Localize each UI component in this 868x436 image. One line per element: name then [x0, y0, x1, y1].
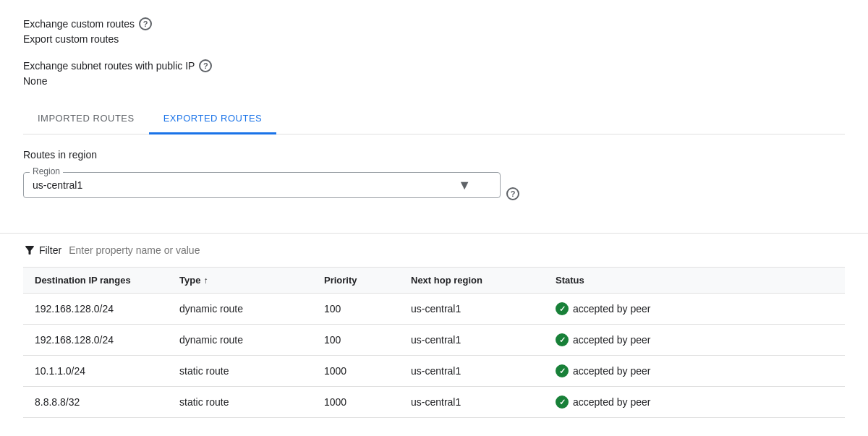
type-sort-icon: ↑ — [203, 275, 208, 286]
filter-icon: Filter — [23, 244, 61, 257]
tabs-container: IMPORTED ROUTES EXPORTED ROUTES — [23, 104, 845, 134]
col-header-status: Status — [544, 275, 845, 286]
cell-next-hop: us-central1 — [399, 302, 544, 315]
cell-dest-ip: 10.1.1.0/24 — [23, 364, 168, 377]
cell-type: dynamic route — [168, 333, 312, 346]
cell-priority: 1000 — [312, 396, 399, 409]
cell-next-hop: us-central1 — [399, 364, 544, 377]
table-row: 10.1.1.0/24 static route 1000 us-central… — [23, 356, 845, 387]
filter-funnel-icon — [23, 244, 36, 257]
col-header-next-hop: Next hop region — [399, 275, 544, 286]
exchange-custom-routes-heading: Exchange custom routes ? — [23, 17, 845, 30]
status-text: accepted by peer — [573, 396, 650, 408]
cell-dest-ip: 192.168.128.0/24 — [23, 302, 168, 315]
exchange-custom-routes-value: Export custom routes — [23, 33, 845, 45]
routes-section: Routes in region Region us-central1 ▼ ? … — [23, 149, 845, 418]
region-help-icon[interactable]: ? — [506, 187, 519, 200]
cell-priority: 1000 — [312, 364, 399, 377]
check-icon — [556, 364, 569, 377]
cell-priority: 100 — [312, 302, 399, 315]
cell-next-hop: us-central1 — [399, 396, 544, 409]
tab-imported-routes[interactable]: IMPORTED ROUTES — [23, 104, 149, 134]
filter-input[interactable] — [69, 244, 845, 256]
check-icon — [556, 302, 569, 315]
tab-exported-routes[interactable]: EXPORTED ROUTES — [149, 104, 277, 134]
cell-status: accepted by peer — [544, 396, 845, 409]
filter-bar: Filter — [23, 234, 845, 268]
region-field[interactable]: Region us-central1 ▼ — [23, 172, 501, 198]
table-row: 192.168.128.0/24 dynamic route 100 us-ce… — [23, 325, 845, 356]
region-field-value: us-central1 — [33, 179, 452, 191]
exchange-subnet-help-icon[interactable]: ? — [199, 59, 212, 72]
cell-next-hop: us-central1 — [399, 333, 544, 346]
status-text: accepted by peer — [573, 365, 650, 377]
status-badge: accepted by peer — [556, 396, 650, 409]
routes-table: Destination IP ranges Type ↑ Priority Ne… — [23, 268, 845, 418]
exchange-custom-routes-label: Exchange custom routes — [23, 18, 135, 30]
cell-type: static route — [168, 396, 312, 409]
table-row: 192.168.128.0/24 dynamic route 100 us-ce… — [23, 294, 845, 325]
exchange-subnet-heading: Exchange subnet routes with public IP ? — [23, 59, 845, 72]
table-row: 8.8.8.8/32 static route 1000 us-central1… — [23, 387, 845, 418]
table-header: Destination IP ranges Type ↑ Priority Ne… — [23, 268, 845, 294]
exchange-subnet-value: None — [23, 75, 845, 87]
cell-dest-ip: 8.8.8.8/32 — [23, 396, 168, 409]
col-header-type[interactable]: Type ↑ — [168, 275, 312, 286]
region-dropdown-arrow-icon[interactable]: ▼ — [458, 179, 471, 192]
status-badge: accepted by peer — [556, 333, 650, 346]
cell-priority: 100 — [312, 333, 399, 346]
cell-status: accepted by peer — [544, 333, 845, 346]
cell-type: static route — [168, 364, 312, 377]
check-icon — [556, 396, 569, 409]
col-header-dest-ip: Destination IP ranges — [23, 275, 168, 286]
status-text: accepted by peer — [573, 303, 650, 315]
region-field-label: Region — [30, 166, 63, 176]
status-text: accepted by peer — [573, 334, 650, 346]
exchange-subnet-label: Exchange subnet routes with public IP — [23, 60, 195, 72]
filter-label: Filter — [39, 244, 61, 256]
cell-status: accepted by peer — [544, 364, 845, 377]
status-badge: accepted by peer — [556, 364, 650, 377]
cell-dest-ip: 192.168.128.0/24 — [23, 333, 168, 346]
table-body: 192.168.128.0/24 dynamic route 100 us-ce… — [23, 294, 845, 418]
cell-status: accepted by peer — [544, 302, 845, 315]
cell-type: dynamic route — [168, 302, 312, 315]
exchange-custom-routes-help-icon[interactable]: ? — [139, 17, 152, 30]
col-header-priority: Priority — [312, 275, 399, 286]
check-icon — [556, 333, 569, 346]
routes-in-region-title: Routes in region — [23, 149, 845, 161]
status-badge: accepted by peer — [556, 302, 650, 315]
